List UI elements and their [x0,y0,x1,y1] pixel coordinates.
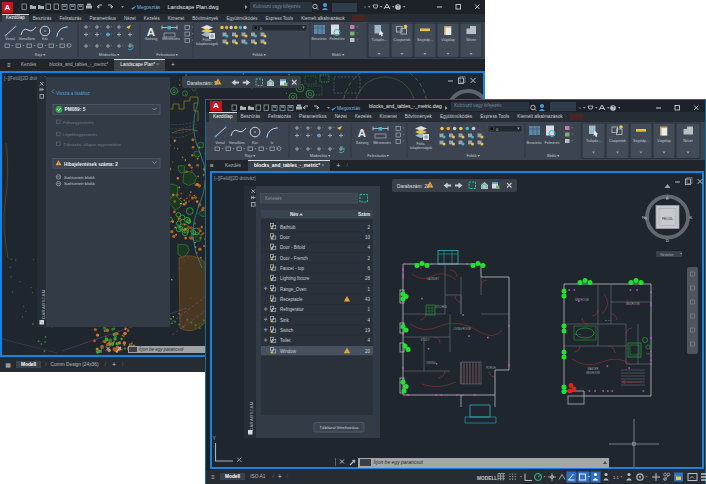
svg-text:BEDROOM: BEDROOM [586,371,599,375]
svg-text:Felmérés: Felmérés [330,37,345,41]
svg-text:Csoportok: Csoportok [394,38,411,42]
svg-text:Segédp...: Segédp... [417,38,433,42]
svg-text:Nézet: Nézet [466,38,476,42]
svg-text:Méretezés: Méretezés [162,37,180,41]
svg-text:Faucet - top: Faucet - top [280,266,305,271]
svg-text:!: ! [429,184,430,188]
svg-text:Feliratozás ▾: Feliratozás ▾ [156,53,178,57]
svg-text:BEDROOM: BEDROOM [575,298,588,302]
svg-text:D: D [666,238,669,243]
svg-text:Ív: Ív [61,37,64,41]
svg-text:BEDROOM: BEDROOM [626,302,639,306]
svg-text:tulajdonságok: tulajdonságok [196,42,218,46]
svg-text:PORCH: PORCH [486,366,495,370]
svg-text:Vágólap: Vágólap [441,38,455,42]
svg-text:Módosítás ▾: Módosítás ▾ [310,154,331,158]
svg-text:Receptacle: Receptacle [280,297,303,302]
svg-text:19: 19 [365,328,371,333]
svg-text:20: 20 [365,349,371,354]
svg-text:Szöveg: Szöveg [145,37,158,41]
svg-text:MODELL: MODELL [477,475,497,480]
svg-text:Ív: Ív [271,140,274,144]
svg-text:Táblázat létrehozása: Táblázat létrehozása [320,425,360,430]
svg-text:K: K [690,215,693,220]
svg-text:Switch: Switch [280,328,294,333]
svg-text:Blokk ▾: Blokk ▾ [547,154,559,158]
svg-text:Door: Door [280,235,290,240]
svg-text:Blokk ▾: Blokk ▾ [332,53,344,57]
svg-text:Vonal: Vonal [5,37,15,41]
svg-text:Feliratozás ▾: Feliratozás ▾ [367,154,389,158]
svg-text:Szám: Szám [358,212,370,217]
svg-text:Tulajdo...: Tulajdo... [371,38,386,42]
svg-text:Vissza a listához: Vissza a listához [56,91,91,96]
svg-text:Range_Oven: Range_Oven [280,287,307,292]
svg-text:10: 10 [365,235,371,240]
svg-text:!: ! [217,80,218,84]
svg-text:Módosítás ▾: Módosítás ▾ [99,53,120,57]
svg-text:Léptékegyeztetés: Léptékegyeztetés [63,132,98,137]
svg-text:FELÜL: FELÜL [662,217,673,221]
svg-text:43: 43 [365,297,371,302]
svg-text:Rajz ▾: Rajz ▾ [245,154,256,158]
svg-text:Tulajdo...: Tulajdo... [586,139,601,143]
svg-text:Méretezés: Méretezés [373,140,391,144]
svg-text:28: 28 [365,276,371,281]
svg-text:Vonallánc: Vonallánc [19,37,36,41]
svg-text:Refrigerator: Refrigerator [280,307,304,312]
svg-text:Ny: Ny [642,215,648,220]
svg-text:Vágólap: Vágólap [657,139,671,143]
svg-text:Rajz ▾: Rajz ▾ [35,53,46,57]
svg-text:DARABSZÁM: DARABSZÁM [249,401,254,431]
svg-text:Szétvetett blokk: Szétvetett blokk [64,175,96,180]
svg-text:DINING: DINING [426,361,435,365]
svg-text:Nézet: Nézet [683,139,693,143]
svg-text:Fóliák ▾: Fóliák ▾ [466,154,479,158]
svg-text:Bathtub: Bathtub [280,225,296,230]
svg-text:Vonallánc: Vonallánc [229,140,246,144]
svg-text:Hibajelentések száma: 2: Hibajelentések száma: 2 [64,162,118,167]
svg-text:KITCHEN: KITCHEN [435,305,447,309]
svg-text:1:1: 1:1 [613,475,619,480]
svg-text:Felmérés: Felmérés [545,140,560,144]
svg-text:Kör: Kör [252,140,259,144]
svg-text:Door - French: Door - French [280,256,308,261]
svg-text:Vonal: Vonal [215,140,225,144]
svg-text:Fóliaegyeztetés: Fóliaegyeztetés [63,120,95,125]
svg-text:Y: Y [213,435,217,441]
svg-text:Szétvetett blokk: Szétvetett blokk [64,181,96,186]
svg-text:PM089: 5: PM089: 5 [65,107,86,112]
svg-text:tulajdonságok: tulajdonságok [410,145,432,149]
svg-text:Segédp...: Segédp... [633,139,649,143]
svg-text:BATH: BATH [605,319,611,322]
svg-text:Toilet: Toilet [280,338,291,343]
svg-text:Csoportok: Csoportok [609,139,626,143]
svg-text:Beszúrás: Beszúrás [527,140,542,144]
svg-text:Név: Név [290,212,299,217]
svg-text:Darabszám: 5: Darabszám: 5 [187,80,217,85]
svg-text:Kör: Kör [42,37,49,41]
svg-text:Darabszám: 20: Darabszám: 20 [397,184,430,189]
svg-text:LIVING ROOM: LIVING ROOM [453,327,470,331]
svg-text:DARABSZÁM: DARABSZÁM [41,289,46,319]
svg-text:!: ! [58,162,59,166]
svg-text:MASTER: MASTER [588,367,599,371]
svg-text:Szöveg: Szöveg [356,140,369,144]
svg-text:Keresés: Keresés [265,196,283,201]
svg-text:É: É [666,196,669,201]
svg-text:Door - Bifold: Door - Bifold [280,245,306,250]
svg-text:Sink: Sink [280,318,290,323]
svg-text:Beszúrás: Beszúrás [312,37,327,41]
svg-text:A: A [147,26,155,38]
svg-text:Window: Window [280,349,297,354]
svg-text:A: A [358,126,366,138]
svg-text:Névtelen: Névtelen [660,253,673,257]
svg-text:STUDY: STUDY [421,338,430,342]
svg-text:Tükrözési állapot egyeztetése: Tükrözési állapot egyeztetése [63,142,122,147]
svg-text:Fóliák ▾: Fóliák ▾ [252,53,265,57]
svg-text:Lighting fixture: Lighting fixture [280,276,310,281]
